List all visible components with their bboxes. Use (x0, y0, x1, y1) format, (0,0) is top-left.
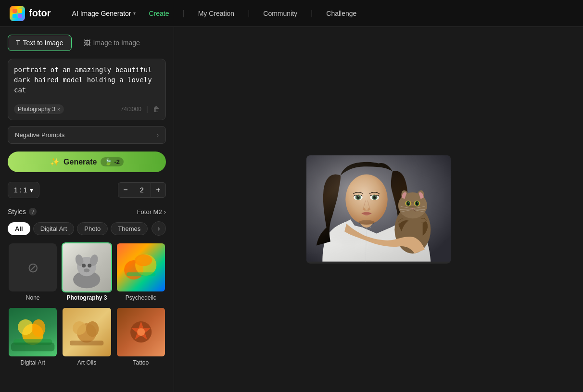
filter-digital-art[interactable]: Digital Art (33, 222, 75, 235)
leaf-icon: 🍃 (104, 158, 112, 165)
quantity-decrease-button[interactable]: − (118, 182, 133, 198)
svg-rect-58 (306, 155, 451, 262)
svg-point-16 (18, 319, 33, 335)
svg-rect-3 (18, 14, 22, 18)
svg-point-17 (32, 319, 45, 337)
credit-badge: 🍃 -2 (101, 157, 124, 166)
svg-rect-14 (127, 272, 155, 276)
chevron-right-icon: › (164, 208, 166, 215)
filter-photo[interactable]: Photo (77, 222, 108, 235)
generate-button[interactable]: ✨ Generate 🍃 -2 (8, 152, 166, 172)
svg-rect-0 (13, 9, 17, 13)
svg-rect-1 (18, 9, 22, 13)
style-tattoo[interactable]: Tattoo (116, 307, 166, 367)
styles-title: Styles ? (8, 208, 37, 215)
style-photography3[interactable]: Photography 3 (62, 242, 112, 303)
svg-point-8 (82, 264, 86, 267)
prompt-footer: Photography 3 × 74/3000 | 🗑 (14, 104, 160, 114)
quantity-increase-button[interactable]: + (151, 182, 166, 198)
logo-text: fotor (29, 8, 51, 19)
tab-image-to-image[interactable]: 🖼 Image to Image (76, 35, 148, 51)
model-selector[interactable]: Fotor M2 › (137, 208, 166, 215)
svg-rect-19 (11, 343, 54, 352)
style-psychedelic[interactable]: Psychedelic (116, 242, 166, 303)
header: fotor AI Image Generator ▾ Create | My C… (0, 0, 583, 27)
ratio-select[interactable]: 1 : 1 ▾ (8, 182, 39, 198)
tag-close-icon[interactable]: × (57, 107, 60, 112)
clear-prompt-button[interactable]: 🗑 (153, 105, 160, 113)
divider: | (146, 105, 148, 114)
logo-icon (10, 6, 25, 21)
svg-point-10 (84, 268, 89, 272)
chevron-right-icon: › (157, 132, 159, 139)
sidebar: T Text to Image 🖼 Image to Image Photogr… (0, 27, 174, 392)
wand-icon: ✨ (50, 157, 60, 166)
nav-ai-generator[interactable]: AI Image Generator ▾ (72, 10, 136, 17)
mode-tabs: T Text to Image 🖼 Image to Image (8, 35, 166, 51)
main-content (174, 27, 583, 392)
nav-challenge[interactable]: Challenge (326, 10, 356, 17)
generated-image-container (306, 155, 451, 264)
style-tag[interactable]: Photography 3 × (14, 104, 64, 114)
svg-rect-23 (70, 341, 103, 346)
portrait-image (306, 155, 451, 262)
tab-text-to-image[interactable]: T Text to Image (8, 35, 72, 51)
style-digitalart[interactable]: Digital Art (8, 307, 58, 367)
svg-point-21 (73, 321, 86, 335)
filter-all[interactable]: All (8, 222, 30, 235)
svg-point-22 (86, 321, 99, 337)
nav-my-creation[interactable]: My Creation (198, 10, 234, 17)
styles-section: Styles ? Fotor M2 › All Digital Art (8, 208, 166, 368)
style-none[interactable]: ⊘ None (8, 242, 58, 303)
image-icon: 🖼 (84, 39, 90, 47)
chevron-down-icon: ▾ (30, 186, 33, 194)
style-filter-tabs: All Digital Art Photo Themes › (8, 221, 166, 236)
logo[interactable]: fotor (10, 6, 51, 21)
filter-themes[interactable]: Themes (111, 222, 148, 235)
chevron-down-icon: ▾ (133, 11, 136, 16)
ratio-quantity-row: 1 : 1 ▾ − 2 + (8, 182, 166, 198)
style-filters-more-button[interactable]: › (152, 221, 166, 236)
prompt-input[interactable] (14, 65, 160, 99)
svg-point-25 (137, 328, 145, 336)
style-artoils[interactable]: Art Oils (62, 307, 112, 367)
prompt-container: Photography 3 × 74/3000 | 🗑 (8, 59, 166, 120)
svg-point-13 (135, 254, 152, 266)
nav-separator-3: | (311, 9, 313, 18)
nav-separator-2: | (248, 9, 250, 18)
char-count: 74/3000 (120, 106, 141, 113)
svg-rect-2 (13, 14, 17, 18)
quantity-control: − 2 + (118, 182, 166, 198)
style-grid: ⊘ None (8, 242, 166, 368)
text-icon: T (16, 39, 20, 47)
nav-separator-1: | (183, 9, 185, 18)
nav-create[interactable]: Create (149, 10, 169, 17)
svg-point-9 (88, 264, 91, 267)
main-nav: AI Image Generator ▾ Create | My Creatio… (72, 9, 357, 18)
quantity-value: 2 (133, 182, 151, 198)
help-icon[interactable]: ? (29, 208, 37, 215)
main-layout: T Text to Image 🖼 Image to Image Photogr… (0, 27, 583, 392)
negative-prompts-toggle[interactable]: Negative Prompts › (8, 126, 166, 144)
none-icon: ⊘ (27, 260, 38, 276)
styles-header: Styles ? Fotor M2 › (8, 208, 166, 215)
nav-community[interactable]: Community (263, 10, 297, 17)
